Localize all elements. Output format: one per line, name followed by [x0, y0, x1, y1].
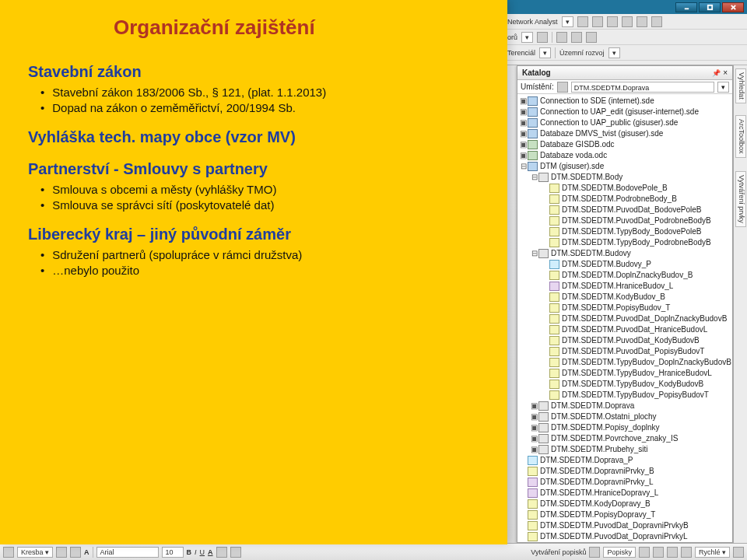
tree-twisty-icon[interactable]: ⊟ [530, 172, 538, 183]
catalog-tree-node[interactable]: DTM.SDEDTM.TypyBudov_DoplnZnackyBudovB [519, 357, 732, 368]
catalog-tree[interactable]: ▣Connection to SDE (internet).sde▣Connec… [517, 94, 732, 542]
catalog-tree-node[interactable]: ▣Connection to SDE (internet).sde [519, 96, 732, 107]
label-tool-icon-2[interactable] [653, 547, 664, 558]
catalog-tree-node[interactable]: DTM.SDEDTM.DoplnZnackyBudov_B [519, 270, 732, 281]
catalog-tree-node[interactable]: DTM.SDEDTM.PopisyBudov_T [519, 303, 732, 313]
tree-twisty-icon[interactable]: ▣ [519, 139, 528, 150]
window-maximize-button[interactable] [699, 2, 721, 12]
catalog-pin-icon[interactable]: 📌 [712, 69, 721, 77]
fill-color-icon[interactable] [216, 547, 227, 558]
tree-twisty-icon[interactable]: ▣ [530, 422, 538, 433]
catalog-tree-node[interactable]: DTM.SDEDTM.KodyBudov_B [519, 292, 732, 303]
catalog-tree-node[interactable]: DTM.SDEDTM.PuvodDat_DoplnZnackyBudovB [519, 313, 732, 324]
catalog-tree-node[interactable]: DTM.SDEDTM.PopisyDopravy_T [519, 509, 732, 520]
tree-twisty-icon[interactable]: ⊟ [530, 248, 538, 259]
format-text-tool-icon[interactable]: A [84, 548, 89, 556]
font-name-field[interactable]: Arial [96, 547, 159, 558]
tree-twisty-icon[interactable]: ▣ [519, 107, 528, 117]
window-minimize-button[interactable] [675, 2, 697, 12]
na-window-icon[interactable] [637, 16, 647, 27]
cursor-icon[interactable] [537, 32, 548, 43]
tree-twisty-icon[interactable]: ▣ [519, 150, 528, 161]
catalog-path-field[interactable]: DTM.SDEDTM.Doprava [571, 82, 714, 93]
catalog-tree-node[interactable]: ⊟DTM.SDEDTM.Budovy [519, 248, 732, 259]
na-route-icon[interactable] [592, 16, 603, 27]
catalog-tree-node[interactable]: DTM.SDEDTM.TypyBody_PodrobneBodyB [519, 237, 732, 248]
catalog-tree-node[interactable]: ⊟DTM (gisuser).sde [519, 161, 732, 172]
catalog-tree-node[interactable]: ▣Databaze voda.odc [519, 150, 732, 161]
catalog-tree-node[interactable]: DTM.SDEDTM.KodyDopravy_B [519, 499, 732, 509]
catalog-tree-node[interactable]: DTM.SDEDTM.DopravniPrvky_B [519, 466, 732, 477]
ellipse-icon[interactable] [70, 547, 81, 558]
rect-icon[interactable] [56, 547, 67, 558]
catalog-tree-node[interactable]: ▣DTM.SDEDTM.Prubehy_siti [519, 444, 732, 455]
tree-twisty-icon[interactable]: ▣ [519, 128, 528, 139]
catalog-tree-node[interactable]: ⊟DTM.SDEDTM.Body [519, 172, 732, 183]
slide-section3-title: Partnerství - Smlouvy s partnery [28, 160, 486, 178]
catalog-path-dropdown[interactable]: ▾ [717, 82, 729, 93]
catalog-tree-node[interactable]: DTM.SDEDTM.TypyBudov_KodyBudovB [519, 379, 732, 390]
label-tool-icon-5[interactable] [733, 547, 744, 558]
catalog-tree-node[interactable]: DTM.SDEDTM.Budovy_P [519, 259, 732, 270]
label-tool-icon-1[interactable] [639, 547, 650, 558]
bold-button[interactable]: B [187, 548, 192, 556]
catalog-tree-node[interactable]: DTM.SDEDTM.TypyBudov_PopisyBudovT [519, 390, 732, 401]
side-tab-create-features[interactable]: Vytváření prvky [735, 171, 746, 227]
catalog-tree-node[interactable]: DTM.SDEDTM.PuvodDat_KodyBudovB [519, 335, 732, 346]
tree-twisty-icon[interactable]: ▣ [530, 411, 538, 422]
tree-twisty-icon[interactable]: ▣ [530, 444, 538, 455]
catalog-tree-node[interactable]: DTM.SDEDTM.PuvodDat_DopravniPrvkyL [519, 531, 732, 542]
label-tool-icon-3[interactable] [667, 547, 678, 558]
side-tab-search[interactable]: Vyhledat [735, 68, 746, 103]
tree-twisty-icon[interactable]: ⊟ [519, 161, 528, 172]
catalog-tree-node[interactable]: DTM.SDEDTM.PuvodDat_DopravniPrvkyB [519, 520, 732, 531]
tree-twisty-icon[interactable]: ▣ [519, 96, 528, 107]
catalog-tree-node[interactable]: DTM.SDEDTM.TypyBody_BodovePoleB [519, 226, 732, 237]
draw-dropdown[interactable]: Kresba ▾ [17, 547, 53, 558]
catalog-tree-node[interactable]: ▣Databaze DMVS_tvist (gisuser).sde [519, 128, 732, 139]
catalog-tree-node[interactable]: DTM.SDEDTM.TypyBudov_HraniceBudovL [519, 368, 732, 379]
catalog-tree-node[interactable]: ▣Connection to UAP_public (gisuser).sde [519, 117, 732, 128]
label-tool-icon-4[interactable] [681, 547, 692, 558]
side-tab-toolbox[interactable]: ArcToolbox [735, 115, 746, 158]
catalog-tree-node[interactable]: DTM.SDEDTM.DopravniPrvky_L [519, 477, 732, 488]
catalog-tree-node[interactable]: DTM.SDEDTM.PuvodDat_PopisyBudovT [519, 346, 732, 357]
draw-tool-icon[interactable] [3, 547, 14, 558]
catalog-tree-node[interactable]: DTM.SDEDTM.PuvodDat_BodovePoleB [519, 205, 732, 215]
catalog-tree-node[interactable]: DTM.SDEDTM.BodovePole_B [519, 183, 732, 194]
tree-twisty-icon[interactable]: ▣ [519, 117, 528, 128]
tree-twisty-icon[interactable]: ▣ [530, 433, 538, 444]
pan-icon[interactable] [556, 32, 567, 43]
labels-button[interactable]: Popisky [603, 547, 636, 558]
network-analyst-dropdown[interactable]: ▾ [562, 16, 573, 27]
na-directions-icon[interactable] [622, 16, 633, 27]
catalog-tree-node[interactable]: ▣Databaze GISDB.odc [519, 139, 732, 150]
catalog-tree-node[interactable]: ▣DTM.SDEDTM.Povrchove_znaky_IS [519, 433, 732, 444]
underline-button[interactable]: U [200, 548, 205, 556]
na-help-icon[interactable] [651, 16, 662, 27]
catalog-tree-node[interactable]: DTM.SDEDTM.HraniceDopravy_L [519, 488, 732, 499]
catalog-tree-node[interactable]: DTM.SDEDTM.PuvodDat_HraniceBudovL [519, 324, 732, 335]
na-flag-icon[interactable] [577, 16, 588, 27]
catalog-tree-node[interactable]: ▣Connection to UAP_edit (gisuser-interne… [519, 107, 732, 117]
window-close-button[interactable] [722, 2, 744, 12]
catalog-tree-node[interactable]: DTM.SDEDTM.PodrobneBody_B [519, 194, 732, 205]
font-size-field[interactable]: 10 [162, 547, 184, 558]
labeling-icon[interactable] [589, 547, 600, 558]
italic-button[interactable]: I [195, 548, 197, 556]
catalog-tree-node[interactable]: ▣DTM.SDEDTM.Popisy_doplnky [519, 422, 732, 433]
catalog-tree-node[interactable]: ▣DTM.SDEDTM.Ostatni_plochy [519, 411, 732, 422]
quick-dropdown[interactable]: Rychlé ▾ [695, 547, 730, 558]
catalog-tree-node[interactable]: ▣DTM.SDEDTM.Doprava [519, 401, 732, 411]
tree-twisty-icon[interactable]: ▣ [530, 401, 538, 411]
uzemni-rozvoj-label[interactable]: Územní rozvoj [559, 49, 605, 57]
line-color-icon[interactable] [230, 547, 241, 558]
chart-icon[interactable] [571, 32, 582, 43]
na-stops-icon[interactable] [607, 16, 618, 27]
catalog-tree-node[interactable]: DTM.SDEDTM.HraniceBudov_L [519, 281, 732, 292]
font-color-button[interactable]: A [208, 548, 213, 556]
catalog-tree-node[interactable]: DTM.SDEDTM.Doprava_P [519, 455, 732, 466]
toggle-icon[interactable] [586, 32, 597, 43]
catalog-tree-node[interactable]: DTM.SDEDTM.PuvodDat_PodrobneBodyB [519, 215, 732, 226]
catalog-close-button[interactable]: × [723, 68, 728, 77]
